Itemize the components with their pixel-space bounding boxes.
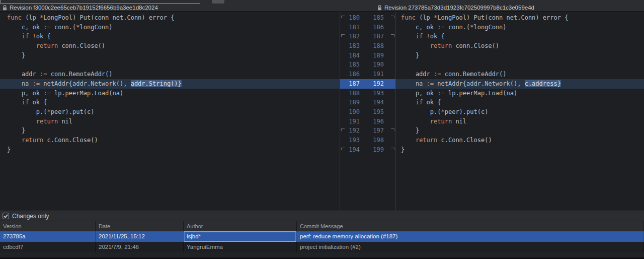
- fold-marker-icon[interactable]: [341, 128, 345, 131]
- changes-only-row: Changes only: [0, 211, 644, 221]
- column-header-date[interactable]: Date: [96, 221, 184, 231]
- code-token: }: [401, 52, 419, 59]
- top-bar: Revision f3000c2ee65ceb7b19152f6656b9a3e…: [0, 0, 644, 12]
- code-line[interactable]: func (lp *LongPool) Put(conn net.Conn) e…: [7, 13, 340, 23]
- right-line-number: 189: [360, 51, 384, 60]
- left-code-pane[interactable]: func (lp *LongPool) Put(conn net.Conn) e…: [0, 12, 340, 211]
- code-token: LongPool) Put(conn net.Conn) error {: [437, 14, 568, 21]
- code-token: [423, 33, 426, 40]
- code-token: (lp: [22, 14, 40, 21]
- left-line-number: 183: [340, 41, 360, 51]
- code-line[interactable]: [401, 60, 644, 70]
- code-line[interactable]: }: [7, 126, 340, 136]
- cell-message[interactable]: perf: reduce memory allocation (#187): [297, 231, 644, 242]
- code-line[interactable]: }: [401, 126, 644, 136]
- right-line-number: 187: [360, 32, 384, 41]
- fold-marker-icon[interactable]: [391, 148, 394, 150]
- code-line[interactable]: if ok {: [401, 98, 644, 107]
- code-line[interactable]: return nil: [401, 117, 644, 126]
- code-line[interactable]: }: [401, 51, 644, 60]
- changed-token: addr.String()}: [131, 80, 182, 87]
- gutter-row: 186191: [340, 70, 395, 79]
- code-line[interactable]: if !ok {: [7, 32, 340, 41]
- fold-marker-icon[interactable]: [391, 34, 394, 37]
- code-line[interactable]: [7, 60, 340, 70]
- changes-only-checkbox[interactable]: [3, 213, 9, 219]
- code-token: !: [427, 33, 430, 40]
- code-line[interactable]: func (lp *LongPool) Put(conn net.Conn) e…: [401, 13, 644, 23]
- cell-version[interactable]: 273785a: [0, 231, 96, 242]
- gutter-row: 182187: [340, 32, 395, 41]
- gutter-row: 190195: [340, 107, 395, 117]
- code-token: :=: [40, 71, 47, 78]
- history-table-row[interactable]: 273785a2021/11/25, 15:12lsjbd*perf: redu…: [0, 231, 644, 242]
- code-line[interactable]: p, ok := lp.peerMap.Load(na): [401, 89, 644, 98]
- partial-text-input[interactable]: [0, 0, 200, 4]
- right-line-number: 196: [360, 117, 384, 126]
- code-line[interactable]: addr := conn.RemoteAddr(): [7, 70, 340, 79]
- code-token: [29, 33, 32, 40]
- code-token: return: [22, 137, 43, 144]
- column-header-author[interactable]: Author: [184, 221, 297, 231]
- lock-icon: [377, 5, 382, 11]
- fold-marker-icon[interactable]: [391, 128, 394, 131]
- gutter-row: 194199: [340, 145, 395, 155]
- gutter-row: 192197: [340, 126, 395, 136]
- code-line[interactable]: c, ok := conn.(*longConn): [7, 23, 340, 32]
- code-token: func: [7, 14, 22, 21]
- code-token: ok {: [36, 33, 51, 40]
- code-line[interactable]: if !ok {: [401, 32, 644, 41]
- code-line[interactable]: na := netAddr{addr.Network(), addr.Strin…: [0, 79, 340, 89]
- right-code-pane[interactable]: func (lp *LongPool) Put(conn net.Conn) e…: [396, 12, 644, 211]
- column-header-version[interactable]: Version: [0, 221, 96, 231]
- column-header-commit-message[interactable]: Commit Message: [297, 221, 644, 231]
- cell-author[interactable]: lsjbd*: [184, 231, 297, 242]
- left-line-number: 181: [340, 23, 360, 32]
- cell-date[interactable]: 2021/7/9, 21:46: [96, 242, 184, 252]
- code-token: [401, 118, 430, 125]
- code-token: [401, 99, 416, 106]
- code-line[interactable]: p.(*peer).put(c): [7, 107, 340, 117]
- code-line[interactable]: return c.Conn.Close(): [7, 136, 340, 145]
- fold-marker-icon[interactable]: [341, 34, 345, 37]
- code-line[interactable]: na := netAddr{addr.Network(), c.address}: [396, 79, 644, 89]
- code-line[interactable]: }: [7, 145, 340, 155]
- history-table-row[interactable]: cdbcdf72021/7/9, 21:46YangruiEmmaproject…: [0, 242, 644, 252]
- gutter-row: 189194: [340, 98, 395, 107]
- cell-version[interactable]: cdbcdf7: [0, 242, 96, 252]
- fold-marker-icon[interactable]: [391, 16, 394, 18]
- fold-marker-icon[interactable]: [341, 148, 345, 150]
- right-line-number: 199: [360, 145, 384, 155]
- code-token: peer).put(c): [51, 108, 95, 115]
- right-line-number: 186: [360, 23, 384, 32]
- gutter-row: 188193: [340, 89, 395, 98]
- code-line[interactable]: return nil: [7, 117, 340, 126]
- code-token: return: [36, 42, 58, 49]
- code-token: conn.(: [51, 24, 76, 31]
- code-line[interactable]: }: [401, 145, 644, 155]
- code-line[interactable]: if ok {: [7, 98, 340, 107]
- cell-date[interactable]: 2021/11/25, 15:12: [96, 231, 184, 242]
- code-line[interactable]: return c.Conn.Close(): [401, 136, 644, 145]
- code-line[interactable]: addr := conn.RemoteAddr(): [401, 70, 644, 79]
- code-token: *: [441, 108, 444, 115]
- code-token: conn.Close(): [452, 42, 499, 49]
- code-line[interactable]: p, ok := lp.peerMap.Load(na): [7, 89, 340, 98]
- code-line[interactable]: p.(*peer).put(c): [401, 107, 644, 117]
- gutter-row: 191196: [340, 117, 395, 126]
- code-token: [401, 137, 416, 144]
- code-token: addr: [7, 71, 40, 78]
- fold-marker-icon[interactable]: [341, 16, 345, 18]
- gutter-row: 183188: [340, 41, 395, 51]
- cell-author[interactable]: YangruiEmma: [184, 242, 297, 252]
- code-token: c, ok: [401, 24, 437, 31]
- code-line[interactable]: c, ok := conn.(*longConn): [401, 23, 644, 32]
- right-line-number: 188: [360, 41, 384, 51]
- code-line[interactable]: return conn.Close(): [401, 41, 644, 51]
- cell-message[interactable]: project initialization (#2): [297, 242, 644, 252]
- code-line[interactable]: return conn.Close(): [7, 41, 340, 51]
- code-line[interactable]: }: [7, 51, 340, 60]
- lock-icon: [3, 5, 7, 11]
- code-token: }: [7, 127, 25, 134]
- partial-toolbar-button[interactable]: [212, 0, 224, 4]
